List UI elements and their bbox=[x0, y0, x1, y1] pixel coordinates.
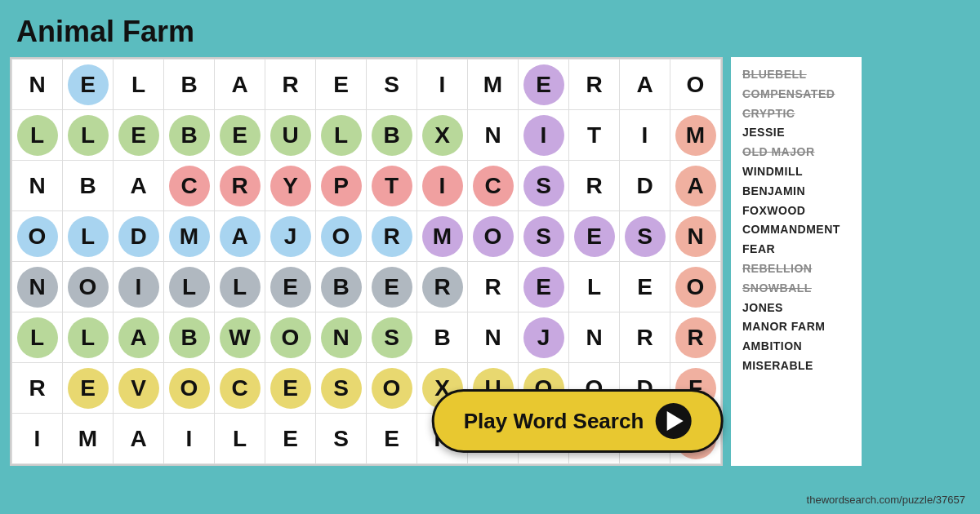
grid-cell: E bbox=[215, 110, 265, 161]
grid-cell: M bbox=[417, 211, 468, 262]
grid-cell: N bbox=[316, 312, 367, 363]
grid-cell: A bbox=[620, 60, 670, 110]
grid-cell: V bbox=[114, 363, 164, 414]
grid-cell: N bbox=[12, 262, 63, 312]
grid-cell: S bbox=[316, 414, 367, 464]
word-list-item: JONES bbox=[742, 299, 850, 318]
grid-cell: N bbox=[12, 60, 63, 110]
grid-cell: D bbox=[620, 161, 670, 211]
grid-cell: S bbox=[316, 363, 367, 414]
grid-cell: R bbox=[215, 161, 265, 211]
grid-cell: S bbox=[367, 60, 417, 110]
grid-cell: E bbox=[265, 363, 316, 414]
grid-cell: O bbox=[63, 262, 114, 312]
grid-cell: O bbox=[367, 363, 417, 414]
footer-url: thewordsearch.com/puzzle/37657 bbox=[807, 494, 965, 506]
grid-cell: L bbox=[63, 110, 114, 161]
grid-cell: B bbox=[164, 312, 215, 363]
grid-cell: N bbox=[569, 312, 620, 363]
grid-cell: S bbox=[519, 211, 569, 262]
grid-cell: A bbox=[215, 211, 265, 262]
grid-cell: L bbox=[114, 60, 164, 110]
grid-cell: L bbox=[12, 312, 63, 363]
grid-cell: L bbox=[12, 110, 63, 161]
grid-cell: O bbox=[316, 211, 367, 262]
grid-cell: B bbox=[164, 110, 215, 161]
grid-cell: I bbox=[417, 60, 468, 110]
grid-cell: B bbox=[164, 60, 215, 110]
word-list-item: MISERABLE bbox=[742, 357, 850, 376]
word-list-item: REBELLION bbox=[742, 259, 850, 279]
grid-cell: B bbox=[63, 161, 114, 211]
grid-cell: W bbox=[215, 312, 265, 363]
play-button-label: Play Word Search bbox=[464, 409, 644, 434]
grid-cell: E bbox=[620, 262, 670, 312]
grid-cell: P bbox=[316, 161, 367, 211]
grid-cell: E bbox=[367, 262, 417, 312]
word-list-item: JESSIE bbox=[742, 123, 850, 143]
grid-cell: E bbox=[63, 363, 114, 414]
word-list-item: AMBITION bbox=[742, 337, 850, 357]
grid-cell: X bbox=[417, 110, 468, 161]
grid-cell: R bbox=[620, 312, 670, 363]
grid-cell: B bbox=[367, 110, 417, 161]
page-title: Animal Farm bbox=[0, 0, 980, 57]
grid-cell: R bbox=[367, 211, 417, 262]
play-word-search-button[interactable]: Play Word Search bbox=[432, 389, 724, 453]
grid-cell: B bbox=[417, 312, 468, 363]
grid-cell: R bbox=[569, 161, 620, 211]
grid-cell: R bbox=[417, 262, 468, 312]
grid-cell: I bbox=[417, 161, 468, 211]
grid-cell: L bbox=[569, 262, 620, 312]
grid-cell: J bbox=[265, 211, 316, 262]
grid-cell: E bbox=[316, 60, 367, 110]
grid-cell: S bbox=[620, 211, 670, 262]
grid-cell: T bbox=[367, 161, 417, 211]
grid-cell: R bbox=[670, 312, 721, 363]
grid-cell: O bbox=[468, 211, 519, 262]
grid-cell: S bbox=[519, 161, 569, 211]
grid-cell: E bbox=[367, 414, 417, 464]
grid-cell: O bbox=[12, 211, 63, 262]
grid-cell: E bbox=[63, 60, 114, 110]
grid-cell: E bbox=[265, 414, 316, 464]
word-list-item: FOXWOOD bbox=[742, 202, 850, 221]
word-list-item: BLUEBELL bbox=[742, 65, 850, 85]
grid-cell: A bbox=[670, 161, 721, 211]
word-list-item: BENJAMIN bbox=[742, 182, 850, 202]
grid-cell: R bbox=[569, 60, 620, 110]
grid-cell: A bbox=[215, 60, 265, 110]
grid-cell: E bbox=[569, 211, 620, 262]
grid-cell: L bbox=[164, 262, 215, 312]
grid-cell: M bbox=[164, 211, 215, 262]
grid-cell: A bbox=[114, 414, 164, 464]
grid-cell: L bbox=[215, 262, 265, 312]
grid-cell: E bbox=[519, 60, 569, 110]
word-list-item: SNOWBALL bbox=[742, 279, 850, 299]
grid-cell: I bbox=[620, 110, 670, 161]
grid-cell: O bbox=[265, 312, 316, 363]
grid-cell: I bbox=[164, 414, 215, 464]
grid-cell: E bbox=[265, 262, 316, 312]
word-list-panel: BLUEBELLCOMPENSATEDCRYPTICJESSIEOLD MAJO… bbox=[731, 57, 862, 466]
grid-cell: A bbox=[114, 312, 164, 363]
word-list-item: FEAR bbox=[742, 240, 850, 259]
grid-cell: E bbox=[114, 110, 164, 161]
grid-cell: B bbox=[316, 262, 367, 312]
grid-cell: M bbox=[468, 60, 519, 110]
grid-cell: N bbox=[468, 312, 519, 363]
grid-cell: L bbox=[63, 312, 114, 363]
word-list-item: COMMANDMENT bbox=[742, 220, 850, 240]
grid-cell: L bbox=[316, 110, 367, 161]
grid-cell: C bbox=[468, 161, 519, 211]
grid-cell: L bbox=[63, 211, 114, 262]
grid-cell: U bbox=[265, 110, 316, 161]
grid-cell: N bbox=[468, 110, 519, 161]
grid-cell: R bbox=[265, 60, 316, 110]
word-list-item: COMPENSATED bbox=[742, 85, 850, 104]
grid-cell: J bbox=[519, 312, 569, 363]
grid-cell: N bbox=[12, 161, 63, 211]
grid-cell: O bbox=[164, 363, 215, 414]
grid-cell: L bbox=[215, 414, 265, 464]
grid-cell: E bbox=[519, 262, 569, 312]
